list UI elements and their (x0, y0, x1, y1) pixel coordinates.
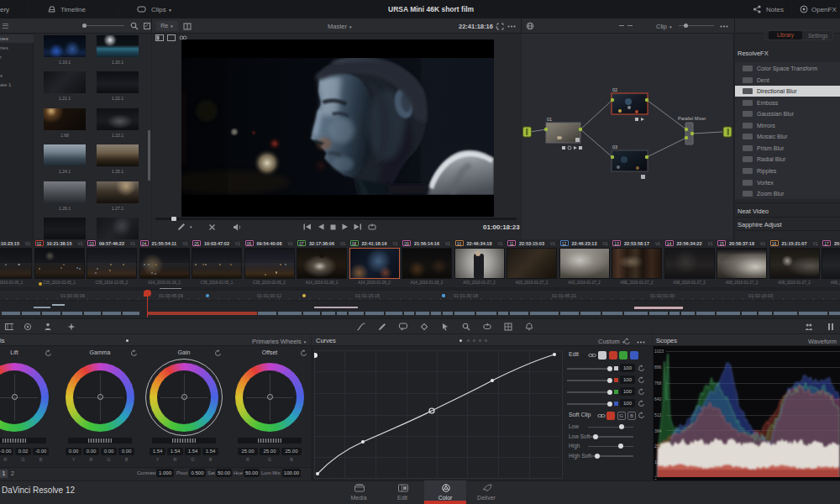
svg-text:03: 03 (612, 144, 617, 150)
svg-text:02: 02 (612, 87, 617, 92)
svg-text:Parallel Mixer: Parallel Mixer (678, 116, 706, 121)
svg-text:01: 01 (547, 117, 552, 122)
